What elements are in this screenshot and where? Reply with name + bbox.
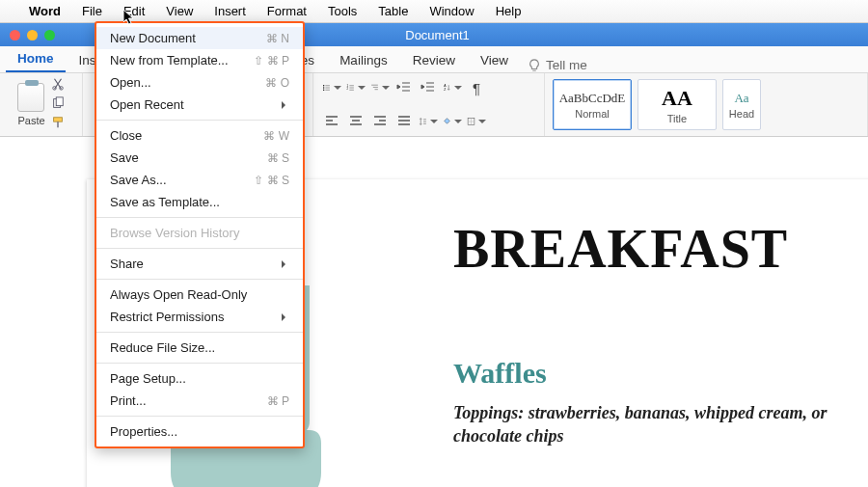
file-menu-item[interactable]: Save⌘ S (96, 147, 303, 169)
file-menu-item[interactable]: Properties... (96, 420, 303, 443)
menu-item-label: Page Setup... (110, 371, 186, 386)
file-menu-item[interactable]: Reduce File Size... (96, 337, 303, 359)
tell-me-label: Tell me (546, 58, 587, 72)
menu-item-label: Close (110, 128, 142, 143)
svg-rect-4 (56, 97, 63, 106)
menu-separator (96, 217, 303, 218)
svg-text:Z: Z (444, 88, 446, 92)
style-name: Title (667, 113, 687, 124)
style-normal[interactable]: AaBbCcDdE Normal (553, 79, 632, 130)
file-menu-item[interactable]: Always Open Read-Only (96, 284, 303, 306)
menu-item-shortcut: ⌘ W (263, 129, 289, 143)
tell-me[interactable]: Tell me (528, 58, 587, 72)
style-name: Normal (575, 108, 609, 120)
lightbulb-icon (528, 59, 541, 72)
shading-button[interactable] (442, 111, 463, 132)
svg-rect-5 (53, 118, 62, 122)
paste-label: Paste (17, 115, 44, 126)
dish-description: Toppings: strawberries, bananas, whipped… (453, 401, 858, 448)
svg-text:2: 2 (347, 87, 349, 91)
submenu-arrow-icon (282, 97, 289, 112)
mouse-cursor-icon (123, 10, 135, 26)
menu-separator (96, 416, 303, 417)
file-menu-item[interactable]: Save As...⇧ ⌘ S (96, 169, 303, 191)
menubar-table[interactable]: Table (368, 2, 418, 20)
show-marks-button[interactable]: ¶ (466, 77, 487, 98)
tab-view[interactable]: View (469, 48, 520, 72)
dish-name: Waffles (453, 357, 868, 390)
multilevel-list-button[interactable] (369, 77, 391, 98)
zoom-window-icon[interactable] (44, 30, 55, 41)
menu-separator (96, 120, 303, 121)
menu-item-label: Properties... (110, 424, 177, 439)
menubar-tools[interactable]: Tools (318, 2, 366, 20)
menu-item-shortcut: ⇧ ⌘ P (254, 54, 289, 68)
menu-separator (96, 248, 303, 249)
minimize-window-icon[interactable] (27, 30, 38, 41)
menubar-help[interactable]: Help (486, 2, 531, 20)
copy-icon[interactable] (51, 96, 65, 110)
align-left-button[interactable] (321, 111, 342, 132)
submenu-arrow-icon (282, 310, 289, 324)
style-name: Head (729, 108, 754, 120)
menubar-file[interactable]: File (72, 2, 112, 20)
menu-item-label: New from Template... (110, 53, 229, 68)
menu-item-label: Save As... (110, 173, 167, 187)
menubar-view[interactable]: View (156, 2, 203, 20)
submenu-arrow-icon (282, 257, 289, 271)
menubar-window[interactable]: Window (420, 2, 483, 20)
file-menu-item[interactable]: Open Recent (96, 94, 303, 116)
menu-item-label: Save as Template... (110, 195, 220, 209)
menu-item-label: Restrict Permissions (110, 310, 224, 324)
menubar-app[interactable]: Word (19, 2, 70, 20)
align-right-button[interactable] (369, 111, 391, 132)
menu-item-shortcut: ⌘ S (267, 151, 289, 165)
paste-icon[interactable] (17, 83, 44, 112)
file-menu-item[interactable]: New from Template...⇧ ⌘ P (96, 49, 303, 71)
menu-separator (96, 363, 303, 364)
style-preview: AA (662, 86, 692, 111)
file-menu-item[interactable]: Print...⌘ P (96, 390, 303, 412)
document-heading: BREAKFAST (453, 218, 868, 280)
menu-separator (96, 279, 303, 280)
style-heading[interactable]: Aa Head (722, 79, 761, 130)
file-menu-item[interactable]: Save as Template... (96, 191, 303, 213)
format-painter-icon[interactable] (51, 116, 65, 129)
file-menu-item[interactable]: Open...⌘ O (96, 71, 303, 94)
menu-item-label: Browse Version History (110, 226, 239, 240)
cut-icon[interactable] (51, 77, 65, 91)
file-menu: New Document⌘ NNew from Template...⇧ ⌘ P… (95, 21, 305, 448)
file-menu-item[interactable]: Page Setup... (96, 367, 303, 390)
file-menu-item: Browse Version History (96, 222, 303, 244)
svg-point-8 (323, 87, 324, 88)
menu-item-label: Open Recent (110, 97, 184, 112)
close-window-icon[interactable] (10, 30, 20, 41)
justify-button[interactable] (393, 111, 415, 132)
sort-button[interactable]: AZ (442, 77, 463, 98)
file-menu-item[interactable]: Restrict Permissions (96, 306, 303, 328)
svg-point-7 (323, 85, 324, 86)
file-menu-item[interactable]: Close⌘ W (96, 124, 303, 147)
menu-item-label: New Document (110, 31, 196, 45)
menu-separator (96, 332, 303, 333)
menu-item-shortcut: ⇧ ⌘ S (254, 174, 289, 187)
tab-review[interactable]: Review (401, 48, 467, 72)
tab-home[interactable]: Home (6, 46, 66, 72)
file-menu-item[interactable]: Share (96, 253, 303, 275)
menu-item-label: Always Open Read-Only (110, 287, 247, 302)
traffic-lights (0, 30, 65, 41)
numbered-list-button[interactable]: 12 (345, 77, 366, 98)
menubar-format[interactable]: Format (258, 2, 316, 20)
increase-indent-button[interactable] (418, 77, 439, 98)
borders-button[interactable] (466, 111, 487, 132)
menubar-insert[interactable]: Insert (204, 2, 256, 20)
align-center-button[interactable] (345, 111, 366, 132)
bulleted-list-button[interactable] (321, 77, 342, 98)
style-title[interactable]: AA Title (637, 79, 717, 130)
decrease-indent-button[interactable] (393, 77, 415, 98)
style-preview: Aa (734, 91, 748, 106)
tab-mailings[interactable]: Mailings (328, 48, 399, 72)
file-menu-item[interactable]: New Document⌘ N (96, 27, 303, 49)
line-spacing-button[interactable] (418, 111, 439, 132)
styles-group: AaBbCcDdE Normal AA Title Aa Head (545, 73, 868, 136)
